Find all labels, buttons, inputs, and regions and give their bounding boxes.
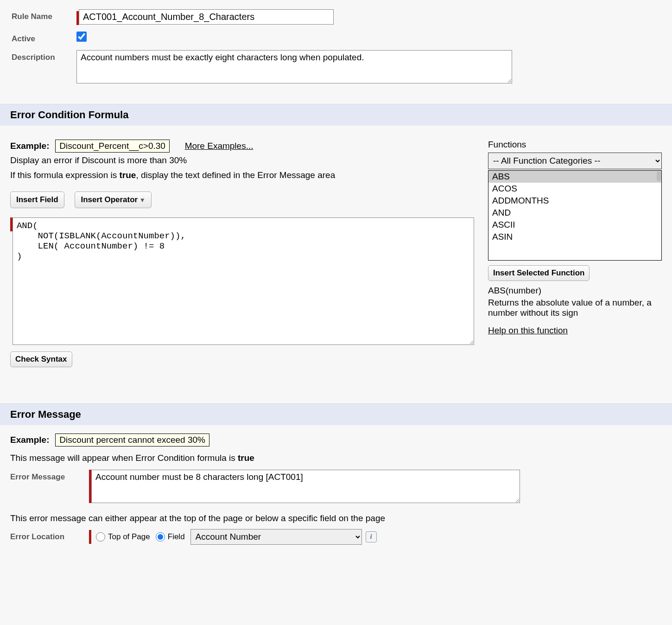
description-label: Description xyxy=(12,50,76,62)
function-list-wrap: ABS ACOS ADDMONTHS AND ASCII ASIN xyxy=(488,170,662,261)
errmsg-example-label: Example: xyxy=(10,435,49,445)
cond-text-2: , display the text defined in the Error … xyxy=(136,170,335,180)
top-of-page-radio[interactable] xyxy=(96,532,105,542)
error-location-row: Error Location Top of Page Field Account… xyxy=(10,529,662,545)
function-item[interactable]: ASCII xyxy=(488,219,661,231)
errmsg-hint-row: This message will appear when Error Cond… xyxy=(10,453,662,463)
formula-example-hint: Display an error if Discount is more tha… xyxy=(10,155,474,166)
formula-example-label: Example: xyxy=(10,141,49,151)
info-icon[interactable]: i xyxy=(366,531,377,542)
error-location-field-select[interactable]: Account Number xyxy=(190,529,362,545)
vertical-gap xyxy=(0,376,672,403)
function-item[interactable]: ADDMONTHS xyxy=(488,195,661,207)
error-message-label: Error Message xyxy=(10,470,89,482)
error-message-row: Error Message xyxy=(10,470,662,503)
rule-name-row: Rule Name xyxy=(12,9,660,25)
cond-text-1: If this formula expression is xyxy=(10,170,119,180)
function-item[interactable]: ABS xyxy=(488,171,661,183)
error-location-hint: This error message can either appear at … xyxy=(10,513,662,523)
function-item[interactable]: ACOS xyxy=(488,183,661,195)
check-syntax-button[interactable]: Check Syntax xyxy=(10,351,72,367)
errmsg-hint-bold: true xyxy=(238,453,254,463)
top-of-page-label: Top of Page xyxy=(108,532,150,542)
formula-button-row: Insert Field Insert Operator xyxy=(10,191,474,208)
description-value-wrap xyxy=(76,50,660,86)
cond-text-bold: true xyxy=(119,170,136,180)
rule-header-section: Rule Name Active Description xyxy=(0,0,672,104)
description-textarea[interactable] xyxy=(76,50,512,83)
error-message-section-body: Example: Discount percent cannot exceed … xyxy=(0,425,672,553)
active-row: Active xyxy=(12,32,660,44)
formula-textarea[interactable] xyxy=(13,217,474,345)
errmsg-example-row: Example: Discount percent cannot exceed … xyxy=(10,434,662,446)
formula-section-body: Example: Discount_Percent__c>0.30 More E… xyxy=(0,126,672,376)
function-signature: ABS(number) xyxy=(488,286,662,296)
active-value-wrap xyxy=(76,32,660,42)
scrollbar-thumb-icon[interactable] xyxy=(657,171,661,181)
rule-name-value-wrap xyxy=(76,9,660,25)
active-checkbox[interactable] xyxy=(76,32,87,42)
formula-example-box: Discount_Percent__c>0.30 xyxy=(55,140,170,153)
top-of-page-radio-wrap: Top of Page xyxy=(96,532,150,542)
check-syntax-row: Check Syntax xyxy=(10,351,474,367)
error-message-section-header: Error Message xyxy=(0,403,672,425)
help-on-function-link[interactable]: Help on this function xyxy=(488,325,568,336)
function-category-select[interactable]: -- All Function Categories -- xyxy=(488,153,662,169)
formula-two-column: Example: Discount_Percent__c>0.30 More E… xyxy=(10,140,662,367)
errmsg-example-box: Discount percent cannot exceed 30% xyxy=(55,434,209,446)
field-radio[interactable] xyxy=(156,532,165,542)
error-location-label: Error Location xyxy=(10,532,89,542)
description-row: Description xyxy=(12,50,660,86)
functions-column: Functions -- All Function Categories -- … xyxy=(488,140,662,367)
formula-section-header: Error Condition Formula xyxy=(0,104,672,126)
formula-condition-text: If this formula expression is true, disp… xyxy=(10,170,474,180)
errmsg-hint-1: This message will appear when Error Cond… xyxy=(10,453,238,463)
rule-name-input[interactable] xyxy=(79,9,334,25)
formula-textarea-wrap xyxy=(10,217,474,345)
formula-example-row: Example: Discount_Percent__c>0.30 More E… xyxy=(10,140,474,153)
function-description: Returns the absolute value of a number, … xyxy=(488,298,662,318)
error-message-textarea[interactable] xyxy=(91,470,520,503)
required-bar-icon xyxy=(89,530,91,544)
rule-name-label: Rule Name xyxy=(12,9,76,21)
function-item[interactable]: AND xyxy=(488,207,661,219)
more-examples-link[interactable]: More Examples... xyxy=(185,141,254,151)
field-radio-wrap: Field xyxy=(156,532,185,542)
insert-operator-button[interactable]: Insert Operator xyxy=(75,191,151,208)
function-item[interactable]: ASIN xyxy=(488,231,661,243)
functions-label: Functions xyxy=(488,140,662,150)
function-listbox[interactable]: ABS ACOS ADDMONTHS AND ASCII ASIN xyxy=(488,170,662,261)
active-label: Active xyxy=(12,32,76,44)
insert-field-button[interactable]: Insert Field xyxy=(10,191,64,208)
insert-selected-function-button[interactable]: Insert Selected Function xyxy=(488,265,590,281)
formula-left-column: Example: Discount_Percent__c>0.30 More E… xyxy=(10,140,474,367)
field-radio-label: Field xyxy=(168,532,185,542)
